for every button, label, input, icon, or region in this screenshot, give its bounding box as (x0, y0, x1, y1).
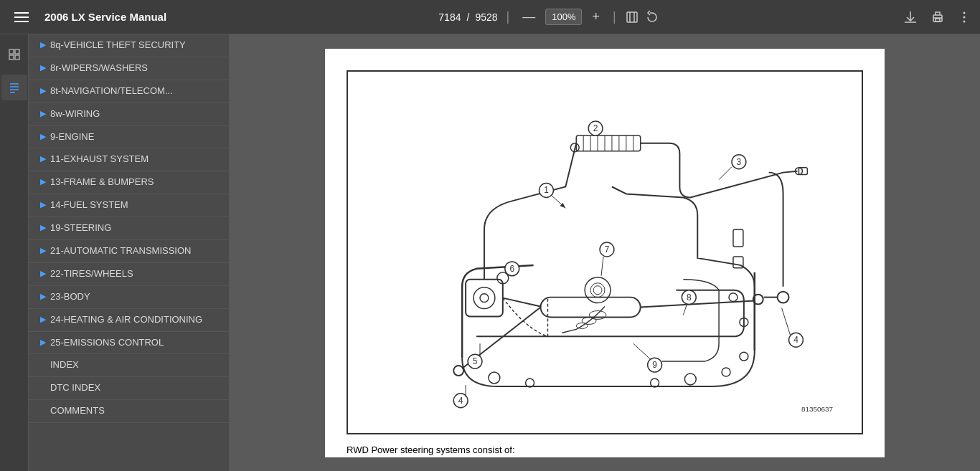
toc-item-label: 11-EXHAUST SYSTEM (50, 153, 222, 166)
hamburger-icon (11, 9, 32, 25)
chevron-right-icon: ▶ (40, 177, 46, 186)
toc-item[interactable]: ▶8w-WIRING (29, 103, 229, 126)
toolbar-left: 2006 LX Service Manual (9, 4, 195, 30)
toc-item-label: 9-ENGINE (50, 131, 222, 143)
toc-item[interactable]: ▶24-HEATING & AIR CONDITIONING (29, 309, 229, 332)
zoom-in-button[interactable]: + (588, 8, 604, 26)
svg-rect-6 (9, 49, 14, 54)
toc-item[interactable]: ▶9-ENGINE (29, 126, 229, 149)
svg-text:4: 4 (793, 335, 798, 345)
toc-item-label: 22-TIRES/WHEELS (50, 268, 222, 280)
thumbnail-view-button[interactable] (1, 42, 27, 67)
svg-text:4: 4 (458, 396, 463, 406)
toc-item[interactable]: ▶13-FRAME & BUMPERS (29, 171, 229, 194)
diagram-caption: RWD Power steering systems consist of: (347, 444, 863, 455)
chevron-right-icon: ▶ (40, 109, 46, 118)
toc-item-label: 24-HEATING & AIR CONDITIONING (50, 314, 222, 326)
toc-item[interactable]: ▶8t-NAVIGATION/TELECOM... (29, 80, 229, 103)
sidebar-icons (0, 34, 29, 471)
chevron-right-icon: ▶ (40, 63, 46, 72)
toc-item-label: 8q-VEHICLE THEFT SECURITY (50, 39, 222, 52)
document-title: 2006 LX Service Manual (44, 11, 166, 23)
total-pages: 9528 (475, 11, 497, 23)
divider1: | (507, 9, 510, 24)
diagram-container: 1 2 3 4 4 5 (347, 70, 863, 434)
toc-item-label: 25-EMISSIONS CONTROL (50, 337, 222, 349)
content-area[interactable]: 1 2 3 4 4 5 (230, 34, 980, 471)
toc-item-label: INDEX (40, 359, 222, 371)
print-button[interactable] (930, 9, 946, 25)
toc-item[interactable]: ▶14-FUEL SYSTEM (29, 194, 229, 217)
toc-sidebar: ▶8q-VEHICLE THEFT SECURITY▶8r-WIPERS/WAS… (29, 34, 230, 471)
toc-item-label: 14-FUEL SYSTEM (50, 199, 222, 211)
zoom-level: 100% (545, 9, 582, 25)
toc-item-label: DTC INDEX (40, 382, 222, 394)
more-options-button[interactable] (957, 10, 971, 24)
svg-text:1: 1 (544, 185, 549, 195)
page-separator: / (466, 11, 469, 23)
svg-point-4 (963, 16, 966, 18)
toolbar-right (903, 9, 971, 25)
svg-text:9: 9 (652, 360, 657, 370)
toc-item[interactable]: ▶23-BODY (29, 286, 229, 309)
chevron-right-icon: ▶ (40, 269, 46, 278)
svg-rect-0 (627, 12, 637, 22)
svg-rect-2 (936, 19, 940, 22)
toc-item[interactable]: ▶11-EXHAUST SYSTEM (29, 148, 229, 171)
page-content: 1 2 3 4 4 5 (325, 49, 885, 457)
current-page: 7184 (438, 11, 461, 23)
chevron-right-icon: ▶ (40, 315, 46, 324)
svg-text:81350637: 81350637 (801, 405, 834, 413)
chevron-right-icon: ▶ (40, 338, 46, 347)
divider2: | (613, 9, 616, 24)
svg-rect-9 (15, 55, 19, 60)
svg-text:2: 2 (593, 123, 598, 133)
svg-point-3 (963, 11, 966, 14)
svg-point-5 (963, 20, 966, 22)
chevron-right-icon: ▶ (40, 40, 46, 49)
chevron-right-icon: ▶ (40, 292, 46, 301)
toc-view-button[interactable] (1, 75, 27, 100)
svg-rect-8 (9, 55, 14, 60)
toc-item-label: COMMENTS (40, 405, 222, 417)
svg-rect-7 (15, 49, 19, 54)
chevron-right-icon: ▶ (40, 86, 46, 95)
chevron-right-icon: ▶ (40, 200, 46, 209)
toc-item-label: 8w-WIRING (50, 108, 222, 120)
download-button[interactable] (903, 9, 918, 25)
toc-item[interactable]: DTC INDEX (29, 377, 229, 400)
hamburger-menu-button[interactable] (9, 4, 34, 30)
svg-text:7: 7 (605, 244, 610, 254)
chevron-right-icon: ▶ (40, 223, 46, 232)
toc-item-label: 8r-WIPERS/WASHERS (50, 62, 222, 75)
rotate-button[interactable] (645, 10, 659, 24)
toc-item[interactable]: ▶8r-WIPERS/WASHERS (29, 57, 229, 80)
toc-item-label: 8t-NAVIGATION/TELECOM... (50, 85, 222, 97)
toc-item-label: 21-AUTOMATIC TRANSMISSION (50, 245, 222, 257)
svg-text:8: 8 (687, 292, 692, 303)
toc-item[interactable]: ▶19-STEERING (29, 217, 229, 240)
toc-item[interactable]: ▶21-AUTOMATIC TRANSMISSION (29, 240, 229, 263)
toc-item[interactable]: COMMENTS (29, 400, 229, 423)
toolbar-center: 7184 / 9528 | — 100% + | (195, 8, 903, 26)
svg-text:5: 5 (473, 356, 478, 366)
toc-item-label: 19-STEERING (50, 222, 222, 234)
toc-item[interactable]: ▶8q-VEHICLE THEFT SECURITY (29, 34, 229, 57)
chevron-right-icon: ▶ (40, 132, 46, 141)
toc-item[interactable]: ▶22-TIRES/WHEELS (29, 263, 229, 286)
zoom-out-button[interactable]: — (518, 8, 540, 26)
toolbar: 2006 LX Service Manual 7184 / 9528 | — 1… (0, 0, 980, 34)
toc-item-label: 13-FRAME & BUMPERS (50, 176, 222, 189)
svg-text:6: 6 (509, 264, 514, 274)
toc-item[interactable]: INDEX (29, 354, 229, 377)
toc-item[interactable]: ▶25-EMISSIONS CONTROL (29, 332, 229, 355)
steering-diagram: 1 2 3 4 4 5 (355, 79, 854, 423)
chevron-right-icon: ▶ (40, 246, 46, 255)
svg-text:3: 3 (737, 157, 742, 167)
chevron-right-icon: ▶ (40, 154, 46, 163)
fit-page-button[interactable] (625, 10, 639, 24)
toc-item-label: 23-BODY (50, 291, 222, 303)
main-area: ▶8q-VEHICLE THEFT SECURITY▶8r-WIPERS/WAS… (0, 34, 980, 471)
